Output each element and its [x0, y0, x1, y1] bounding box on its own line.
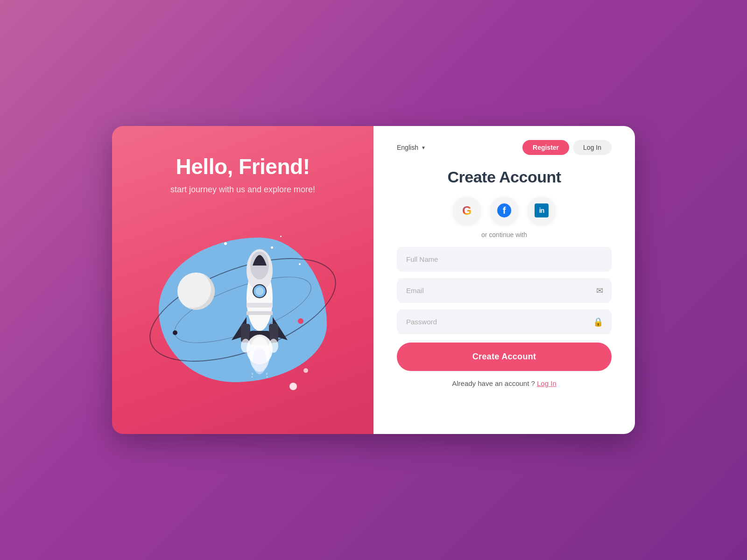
- right-header: English ▼ Register Log In: [397, 140, 612, 155]
- svg-point-12: [253, 348, 267, 374]
- left-panel: Hello, Friend! start journey with us and…: [112, 126, 374, 434]
- language-arrow-icon: ▼: [421, 145, 426, 150]
- social-icons-row: G f in: [397, 196, 612, 224]
- facebook-signup-button[interactable]: f: [490, 196, 518, 224]
- existing-account-row: Already have an account ? Log In: [397, 379, 612, 387]
- welcome-subtitle: start journey with us and explore more!: [170, 185, 315, 195]
- right-panel: English ▼ Register Log In Create Account…: [374, 126, 635, 434]
- form-title: Create Account: [397, 168, 612, 186]
- fullname-input[interactable]: [397, 247, 612, 272]
- language-label: English: [397, 144, 418, 151]
- google-icon: G: [462, 203, 472, 218]
- lock-icon: 🔒: [593, 317, 603, 327]
- svg-rect-5: [247, 303, 273, 308]
- dot-white-lg: [289, 383, 297, 390]
- welcome-title: Hello, Friend!: [176, 154, 310, 179]
- star-4: [280, 236, 282, 237]
- svg-rect-6: [247, 311, 273, 315]
- main-card: Hello, Friend! start journey with us and…: [112, 126, 635, 434]
- illustration: [131, 204, 355, 415]
- language-selector[interactable]: English ▼: [397, 144, 426, 151]
- email-icon: ✉: [596, 286, 603, 296]
- existing-account-text: Already have an account ?: [452, 379, 535, 387]
- moon-shape: [177, 273, 215, 310]
- login-header-button[interactable]: Log In: [573, 140, 612, 155]
- svg-point-4: [255, 287, 264, 295]
- register-button[interactable]: Register: [522, 140, 569, 155]
- linkedin-signup-button[interactable]: in: [528, 196, 556, 224]
- dot-dark: [173, 330, 177, 335]
- google-signup-button[interactable]: G: [453, 196, 481, 224]
- login-link[interactable]: Log In: [537, 379, 557, 387]
- rocket-illustration: [218, 242, 302, 378]
- linkedin-icon: in: [535, 203, 549, 217]
- svg-point-14: [269, 339, 278, 353]
- dot-white-sm: [303, 368, 308, 373]
- auth-buttons-group: Register Log In: [522, 140, 612, 155]
- email-input[interactable]: [397, 278, 612, 303]
- email-field-group: ✉: [397, 278, 612, 303]
- fullname-field-group: [397, 247, 612, 272]
- svg-point-13: [241, 339, 250, 353]
- facebook-icon: f: [497, 203, 511, 217]
- password-field-group: 🔒: [397, 309, 612, 334]
- create-account-button[interactable]: Create Account: [397, 343, 612, 371]
- dot-red: [298, 318, 303, 324]
- password-input[interactable]: [397, 309, 612, 334]
- or-continue-text: or continue with: [397, 231, 612, 238]
